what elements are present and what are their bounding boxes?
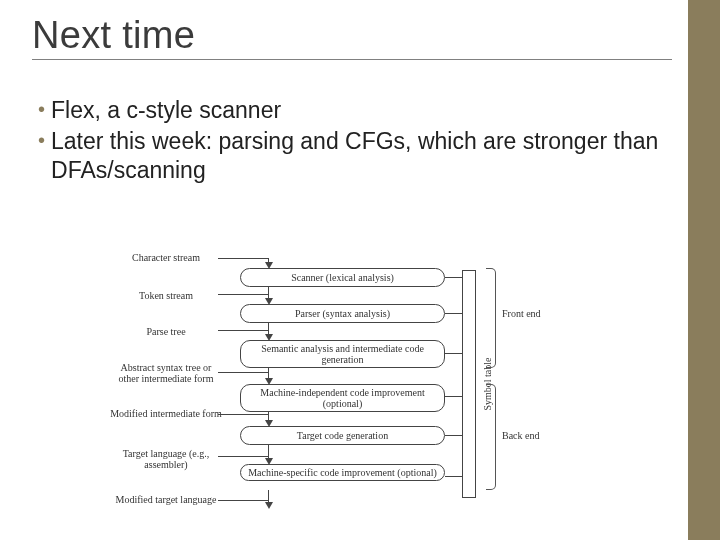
pipeline-stage: Machine-independent code improvement (op… (240, 384, 445, 412)
connector (218, 456, 268, 457)
pipeline-stage: Scanner (lexical analysis) (240, 268, 445, 287)
arrow-down-icon (265, 502, 273, 509)
connector (445, 396, 462, 397)
symbol-table-box: Symbol table (462, 270, 476, 498)
connector (445, 476, 462, 477)
bullet-list: • Flex, a c-style scanner • Later this w… (38, 96, 678, 184)
connector (445, 313, 462, 314)
group-label: Back end (502, 430, 562, 441)
pipeline-label: Parse tree (110, 326, 222, 337)
pipeline-stage: Parser (syntax analysis) (240, 304, 445, 323)
connector (218, 372, 268, 373)
brace-icon (486, 268, 496, 368)
bullet-text: Flex, a c-style scanner (51, 96, 678, 125)
slide-content: Next time • Flex, a c-style scanner • La… (0, 0, 688, 540)
pipeline-label: Abstract syntax tree or other intermedia… (110, 362, 222, 384)
connector (218, 330, 268, 331)
pipeline-label: Character stream (110, 252, 222, 263)
pipeline-stage: Machine-specific code improvement (optio… (240, 464, 445, 481)
bullet-text: Later this week: parsing and CFGs, which… (51, 127, 678, 185)
connector (218, 500, 268, 501)
connector (445, 277, 462, 278)
pipeline-label: Token stream (110, 290, 222, 301)
pipeline-label: Modified target language (110, 494, 222, 505)
pipeline-label: Modified intermediate form (110, 408, 222, 419)
connector (445, 353, 462, 354)
connector (218, 258, 268, 259)
group-label: Front end (502, 308, 562, 319)
brace-icon (486, 384, 496, 490)
compiler-pipeline-diagram: Character stream Token stream Parse tree… (110, 252, 640, 532)
list-item: • Later this week: parsing and CFGs, whi… (38, 127, 678, 185)
bullet-icon: • (38, 96, 45, 122)
slide-title: Next time (32, 14, 672, 57)
connector (445, 435, 462, 436)
connector (218, 294, 268, 295)
pipeline-stage: Semantic analysis and intermediate code … (240, 340, 445, 368)
pipeline-stage: Target code generation (240, 426, 445, 445)
pipeline-label: Target language (e.g., assembler) (110, 448, 222, 470)
title-container: Next time (32, 14, 672, 60)
bullet-icon: • (38, 127, 45, 153)
list-item: • Flex, a c-style scanner (38, 96, 678, 125)
connector (218, 414, 268, 415)
slide-accent-bar (688, 0, 720, 540)
